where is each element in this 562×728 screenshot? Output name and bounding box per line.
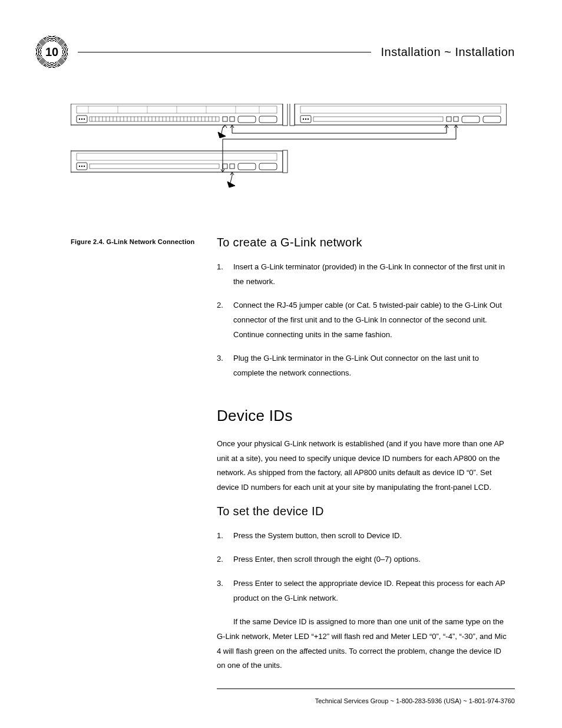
device-id-note: If the same Device ID is assigned to mor… <box>217 615 509 673</box>
svg-point-4 <box>79 118 80 120</box>
svg-rect-65 <box>454 117 458 121</box>
svg-point-6 <box>84 118 85 120</box>
svg-point-75 <box>84 166 85 167</box>
svg-point-61 <box>305 118 306 120</box>
list-item: Insert a G-Link terminator (provided) in… <box>217 260 509 289</box>
svg-point-62 <box>308 118 309 120</box>
list-item: Press Enter, then scroll through the eig… <box>217 552 509 567</box>
svg-point-5 <box>81 118 82 120</box>
page-header: 10 Installation ~ Installation <box>35 35 515 68</box>
header-rule <box>78 52 371 52</box>
svg-point-73 <box>79 166 80 167</box>
svg-rect-2 <box>283 104 287 126</box>
svg-rect-78 <box>230 164 234 169</box>
list-item: Press the System button, then scroll to … <box>217 529 509 543</box>
svg-rect-66 <box>462 116 480 123</box>
page-number-badge: 10 <box>35 35 68 68</box>
svg-rect-46 <box>238 116 256 123</box>
svg-rect-57 <box>290 104 295 126</box>
svg-rect-47 <box>259 116 277 123</box>
footer-text: Technical Services Group ~ 1-800-283-593… <box>35 697 515 704</box>
steps-create-glink: Insert a G-Link terminator (provided) in… <box>217 260 509 381</box>
svg-rect-45 <box>230 117 234 121</box>
svg-rect-79 <box>238 163 256 170</box>
list-item: Press Enter to select the appropriate de… <box>217 577 509 605</box>
page-footer: Technical Services Group ~ 1-800-283-593… <box>35 689 515 704</box>
heading-device-ids: Device IDs <box>217 407 509 425</box>
list-item: Plug the G-Link terminator in the G-Link… <box>217 351 509 380</box>
figure-diagram <box>71 104 480 224</box>
running-head: Installation ~ Installation <box>381 45 515 59</box>
svg-point-74 <box>81 166 82 167</box>
header-sep: ~ <box>441 45 455 58</box>
page-number: 10 <box>41 41 62 62</box>
heading-create-glink: To create a G-Link network <box>217 236 509 249</box>
svg-rect-77 <box>223 164 227 169</box>
svg-rect-64 <box>447 117 451 121</box>
header-bold: Installation <box>381 45 441 58</box>
svg-rect-44 <box>223 117 227 121</box>
svg-rect-67 <box>483 116 501 123</box>
steps-set-device-id: Press the System button, then scroll to … <box>217 529 509 606</box>
header-light: Installation <box>455 45 515 58</box>
svg-rect-80 <box>259 163 277 170</box>
list-item: Connect the RJ-45 jumper cable (or Cat. … <box>217 298 509 342</box>
svg-rect-71 <box>283 150 287 173</box>
device-ids-intro: Once your physical G-Link network is est… <box>217 437 509 495</box>
figure-caption: Figure 2.4. G-Link Network Connection <box>71 236 217 245</box>
svg-point-60 <box>303 118 304 120</box>
heading-set-device-id: To set the device ID <box>217 505 509 518</box>
footer-rule <box>217 689 515 689</box>
